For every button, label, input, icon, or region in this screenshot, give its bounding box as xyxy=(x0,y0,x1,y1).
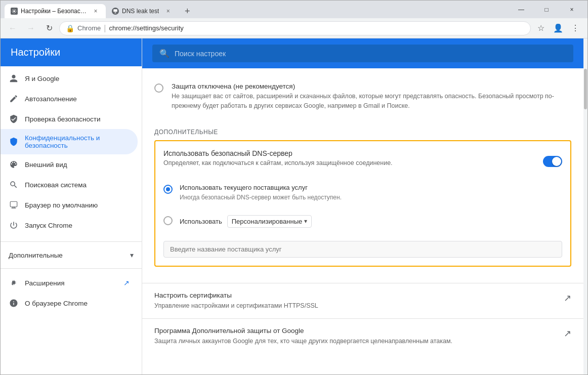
sidebar-item-default-browser[interactable]: Браузер по умолчанию xyxy=(1,195,138,215)
search-input-wrap[interactable]: 🔍 xyxy=(152,45,573,62)
settings-tab-icon xyxy=(11,8,18,15)
dns-toggle-row: Использовать безопасный DNS-сервер Опред… xyxy=(163,149,562,174)
search-icon: 🔍 xyxy=(159,49,170,58)
minimize-button[interactable]: — xyxy=(510,2,533,18)
advanced-protection-row[interactable]: Программа Дополнительной защиты от Googl… xyxy=(142,318,583,354)
protection-off-title: Защита отключена (не рекомендуется) xyxy=(172,82,571,90)
dns-dropdown-wrap[interactable]: Персонализированные ▾ xyxy=(227,215,312,228)
search-icon xyxy=(9,180,19,190)
search-input[interactable] xyxy=(175,50,566,58)
sidebar-item-privacy[interactable]: Конфиденциальность и безопасность xyxy=(1,129,138,154)
back-button[interactable]: ← xyxy=(5,20,21,36)
certificates-desc: Управление настройками и сертификатами H… xyxy=(154,301,318,311)
window-controls: — □ × xyxy=(510,2,583,18)
dns-use-row: Использовать Персонализированные ▾ xyxy=(180,215,312,228)
advanced-protection-title: Программа Дополнительной защиты от Googl… xyxy=(154,327,452,335)
menu-button[interactable]: ⋮ xyxy=(567,20,583,36)
dns-highlight-box: Использовать безопасный DNS-сервер Опред… xyxy=(154,140,571,267)
sidebar-item-extensions-label: Расширения xyxy=(25,279,65,287)
dns-toggle-thumb xyxy=(552,157,561,166)
sidebar-item-appearance[interactable]: Внешний вид xyxy=(1,154,138,175)
power-icon xyxy=(9,220,19,230)
sidebar-item-default-browser-label: Браузер по умолчанию xyxy=(25,201,98,209)
dns-toggle-switch[interactable] xyxy=(543,156,562,167)
address-separator: | xyxy=(104,24,106,33)
tab-dns[interactable]: DNS leak test × xyxy=(106,4,178,18)
sidebar-item-about-label: О браузере Chrome xyxy=(25,300,88,307)
additional-section-label: Дополнительные xyxy=(142,125,583,140)
additional-label: Дополнительные xyxy=(154,122,218,138)
dns-option-current-text: Использовать текущего поставщика услуг И… xyxy=(180,184,342,202)
about-icon xyxy=(9,298,19,308)
tab-settings-title: Настройки – Безопасность xyxy=(21,8,87,15)
sidebar-item-autofill-label: Автозаполнение xyxy=(25,95,77,103)
certificates-ext-link-icon: ↗ xyxy=(564,293,571,304)
search-bar: 🔍 xyxy=(142,38,583,68)
svg-rect-3 xyxy=(12,207,16,209)
protection-off-radio[interactable] xyxy=(154,84,163,93)
sidebar-item-about[interactable]: О браузере Chrome xyxy=(1,293,138,313)
nav-bar: ← → ↻ 🔒 Chrome | chrome://settings/secur… xyxy=(1,18,587,38)
provider-input[interactable] xyxy=(163,241,562,258)
sidebar: Настройки Я и Google Автозаполнение xyxy=(1,38,142,374)
sidebar-item-startup-label: Запуск Chrome xyxy=(25,222,72,229)
dns-section: Использовать безопасный DNS-сервер Опред… xyxy=(142,140,583,283)
shield-check-icon xyxy=(9,114,19,124)
dns-title-block: Использовать безопасный DNS-сервер Опред… xyxy=(163,149,393,174)
tab-settings-close[interactable]: × xyxy=(92,7,100,15)
tab-dns-close[interactable]: × xyxy=(164,7,172,15)
advanced-protection-text: Программа Дополнительной защиты от Googl… xyxy=(154,327,452,346)
browser-body: Настройки Я и Google Автозаполнение xyxy=(1,38,587,374)
sidebar-item-autofill[interactable]: Автозаполнение xyxy=(1,89,138,109)
dns-desc: Определяет, как подключаться к сайтам, и… xyxy=(163,159,393,166)
chevron-down-icon: ▾ xyxy=(130,251,134,259)
nav-right: ☆ 👤 ⋮ xyxy=(533,20,583,36)
reload-button[interactable]: ↻ xyxy=(41,20,57,36)
tab-settings[interactable]: Настройки – Безопасность × xyxy=(5,4,106,18)
protection-off-desc: Не защищает вас от сайтов, расширений и … xyxy=(172,92,571,111)
lock-icon: 🔒 xyxy=(66,24,74,32)
protection-off-text: Защита отключена (не рекомендуется) Не з… xyxy=(172,82,571,111)
sidebar-item-search[interactable]: Поисковая система xyxy=(1,175,138,195)
maximize-button[interactable]: □ xyxy=(535,2,558,18)
protection-off-section: Защита отключена (не рекомендуется) Не з… xyxy=(142,68,583,125)
content-area: 🔍 Защита отключена (не рекомендуется) Не… xyxy=(142,38,583,374)
address-bar[interactable]: 🔒 Chrome | chrome://settings/security xyxy=(59,21,531,35)
sidebar-item-extensions[interactable]: Расширения ↗ xyxy=(1,273,138,293)
svg-rect-2 xyxy=(10,201,17,207)
tab-dns-title: DNS leak test xyxy=(122,8,159,15)
forward-button[interactable]: → xyxy=(23,20,39,36)
sidebar-advanced-section[interactable]: Дополнительные ▾ xyxy=(1,246,142,264)
browser-icon xyxy=(9,200,19,210)
dns-option-current-radio[interactable] xyxy=(163,185,173,194)
extensions-icon xyxy=(9,278,19,288)
right-scrollbar[interactable] xyxy=(583,38,587,374)
palette-icon xyxy=(9,159,19,170)
sidebar-advanced-label: Дополнительные xyxy=(9,252,124,259)
edit-icon xyxy=(9,94,19,104)
dns-option-custom-radio[interactable] xyxy=(163,216,173,225)
certificates-row[interactable]: Настроить сертификаты Управление настрой… xyxy=(142,283,583,319)
sidebar-divider-1 xyxy=(1,241,142,242)
person-icon xyxy=(9,73,19,84)
sidebar-item-me-google[interactable]: Я и Google xyxy=(1,68,138,89)
sidebar-title: Настройки xyxy=(1,38,142,66)
account-button[interactable]: 👤 xyxy=(550,20,566,36)
new-tab-button[interactable]: + xyxy=(180,4,194,18)
chevron-down-icon: ▾ xyxy=(304,218,307,225)
dns-title: Использовать безопасный DNS-сервер xyxy=(163,149,393,157)
sidebar-item-me-google-label: Я и Google xyxy=(25,75,59,82)
svg-point-0 xyxy=(13,10,15,12)
tabs-area: Настройки – Безопасность × DNS leak test… xyxy=(5,1,510,18)
sidebar-item-security-check-label: Проверка безопасности xyxy=(25,115,101,123)
sidebar-item-search-label: Поисковая система xyxy=(25,181,87,189)
radio-dot xyxy=(166,187,170,191)
advanced-protection-ext-link-icon: ↗ xyxy=(564,328,571,339)
sidebar-item-privacy-label: Конфиденциальность и безопасность xyxy=(25,134,130,149)
sidebar-item-security-check[interactable]: Проверка безопасности xyxy=(1,109,138,129)
bookmark-button[interactable]: ☆ xyxy=(533,20,549,36)
sidebar-divider-2 xyxy=(1,268,142,269)
certificates-title: Настроить сертификаты xyxy=(154,291,318,299)
close-button[interactable]: × xyxy=(560,2,583,18)
sidebar-item-startup[interactable]: Запуск Chrome xyxy=(1,215,138,235)
